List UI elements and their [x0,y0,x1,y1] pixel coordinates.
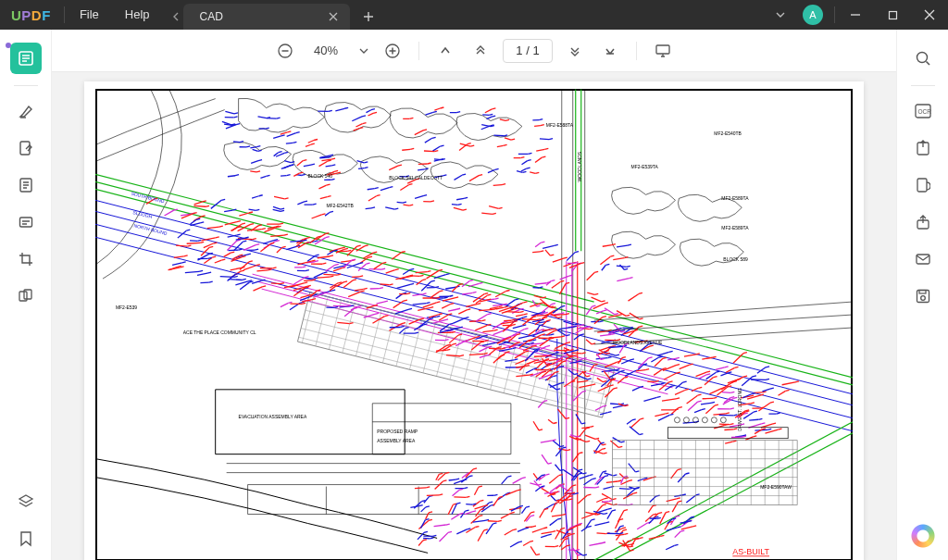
page-number-field[interactable]: 1 / 1 [503,39,553,63]
svg-line-842 [676,365,680,366]
svg-line-1274 [293,142,296,143]
svg-line-101 [442,305,450,308]
svg-line-470 [384,301,388,302]
svg-line-785 [352,277,359,278]
svg-line-16 [282,246,286,247]
save-icon[interactable] [907,280,939,312]
svg-line-26 [357,245,361,246]
svg-line-468 [679,407,682,408]
menu-help[interactable]: Help [112,0,163,30]
svg-line-60 [200,222,204,223]
maximize-button[interactable] [874,0,911,30]
share-icon[interactable] [907,206,939,238]
svg-line-225 [722,392,730,393]
svg-line-1670 [593,513,597,514]
svg-line-1225 [434,108,440,110]
tabs-dropdown-icon[interactable] [767,2,793,28]
svg-line-552 [353,280,356,280]
ai-assistant-icon[interactable] [910,523,936,549]
menu-file[interactable]: File [67,0,112,30]
ocr-icon[interactable]: OCR [907,95,939,127]
highlight-tool-icon[interactable] [10,95,42,127]
svg-line-1346 [479,175,482,176]
crop-tool-icon[interactable] [10,243,42,275]
svg-line-325 [558,327,572,329]
svg-line-701 [403,269,410,274]
layers-icon[interactable] [10,486,42,517]
svg-line-992 [555,371,559,372]
zoom-dropdown-icon[interactable] [357,38,370,64]
svg-line-590 [546,345,550,346]
svg-line-706 [752,393,755,394]
svg-line-729 [749,419,758,420]
next-page-icon[interactable] [597,38,623,64]
svg-line-731 [725,442,732,443]
svg-line-1246 [337,172,341,173]
svg-line-1474 [419,505,423,506]
svg-line-1036 [602,301,605,302]
svg-line-207 [495,291,505,296]
avatar[interactable]: A [803,5,823,25]
svg-line-368 [338,282,342,283]
svg-line-270 [408,308,412,309]
svg-line-1472 [677,498,680,499]
svg-line-1068 [548,463,552,464]
svg-line-1192 [535,172,539,173]
svg-line-1057 [586,340,592,344]
svg-line-1005 [567,253,575,261]
svg-line-1644 [587,494,591,495]
minimize-button[interactable] [837,0,874,30]
svg-line-1347 [455,175,463,180]
compare-tool-icon[interactable] [10,280,42,312]
svg-line-264 [547,320,551,321]
svg-line-1555 [439,532,448,541]
page-tool-icon[interactable] [10,169,42,201]
svg-line-1419 [589,543,602,546]
svg-line-1657 [493,497,499,505]
svg-line-1178 [504,144,507,145]
bookmark-icon[interactable] [10,523,42,554]
svg-rect-1725 [917,179,927,192]
svg-line-1276 [371,109,375,110]
svg-line-181 [187,243,201,243]
presentation-icon[interactable] [650,38,676,64]
svg-line-1288 [544,148,548,149]
tab-close-icon[interactable] [324,7,343,26]
svg-line-1174 [256,146,260,147]
svg-line-248 [401,326,405,327]
svg-line-234 [506,352,510,353]
svg-line-372 [524,314,528,315]
svg-line-624 [766,379,769,380]
first-page-icon[interactable] [468,38,493,64]
tab-title: CAD [200,10,324,23]
svg-line-727 [761,424,772,428]
svg-line-291 [518,335,531,338]
svg-line-595 [688,402,698,411]
svg-line-1111 [555,465,560,471]
new-tab-button[interactable] [356,4,381,30]
zoom-out-icon[interactable] [272,38,298,64]
svg-line-964 [629,480,632,481]
search-icon[interactable] [907,43,939,74]
attach-icon[interactable] [907,169,939,201]
svg-line-1182 [520,157,524,158]
zoom-in-icon[interactable] [380,38,405,64]
document-tab[interactable]: CAD [183,4,350,30]
svg-rect-9 [656,45,669,54]
edit-tool-icon[interactable] [10,132,42,164]
document-viewport[interactable]: BLOCK 540 BLOCK 541 CALDECOTT BLOCK 589 … [52,72,896,560]
svg-line-1358 [403,202,406,203]
svg-text:MF2-E589TA: MF2-E589TA [721,195,749,201]
mail-icon[interactable] [907,243,939,275]
last-page-icon[interactable] [562,38,588,64]
prev-page-icon[interactable] [432,38,458,64]
tab-prev-handle[interactable] [168,4,183,30]
reader-mode-icon[interactable] [10,43,42,74]
svg-line-120 [344,248,348,249]
form-tool-icon[interactable] [10,206,42,238]
svg-line-1199 [402,149,410,150]
export-icon[interactable] [907,132,939,164]
close-button[interactable] [911,0,948,30]
svg-line-456 [583,358,587,359]
svg-line-1030 [604,513,607,514]
